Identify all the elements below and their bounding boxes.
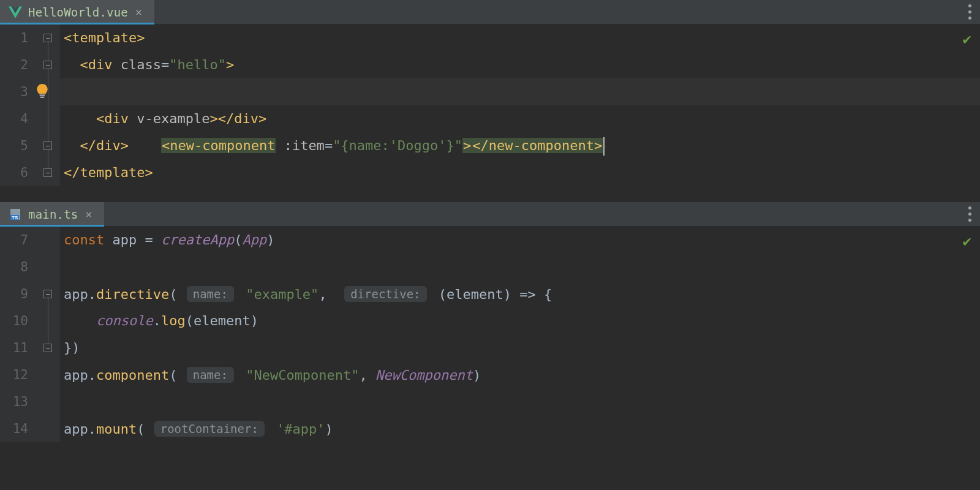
fold-end-icon[interactable]: −: [43, 344, 52, 352]
tab-bar-top: HelloWorld.vue ×: [0, 0, 980, 24]
line-number: 6: [0, 159, 28, 186]
fold-toggle-icon[interactable]: −: [43, 34, 52, 42]
code-line: </template>: [60, 159, 980, 186]
code-editor-bottom[interactable]: ✔ 7 8 9 10 11 12 13 14 − − const app = c…: [0, 227, 980, 442]
editor-pane-top: HelloWorld.vue × ✔ 1 2 3 4 5 6 − − − − <…: [0, 0, 980, 202]
ts-icon: TS: [9, 208, 22, 221]
fold-end-icon[interactable]: −: [43, 141, 52, 150]
vue-icon: [9, 6, 22, 18]
line-number: 14: [0, 415, 28, 442]
line-number: 8: [0, 254, 28, 281]
intention-bulb-icon[interactable]: [36, 83, 49, 99]
line-number: 9: [0, 281, 28, 307]
code-line: [60, 388, 980, 415]
inlay-hint: name:: [187, 367, 234, 383]
code-line: <div class="hello">: [60, 51, 980, 78]
line-gutter: 1 2 3 4 5 6: [0, 24, 36, 186]
line-number: 13: [0, 388, 28, 415]
kebab-menu-icon[interactable]: [968, 0, 971, 24]
fold-column: − −: [36, 227, 60, 442]
code-line: <template>: [60, 24, 980, 51]
line-number: 5: [0, 132, 28, 159]
line-number: 2: [0, 51, 28, 78]
code-line: <div v-example></div>: [60, 105, 980, 132]
code-line: app.directive( name: "example", directiv…: [60, 281, 980, 307]
line-number: 10: [0, 307, 28, 334]
code-line: const app = createApp(App): [60, 227, 980, 254]
editor-pane-bottom: TS main.ts × ✔ 7 8 9 10 11 12 13 14 − −: [0, 202, 980, 490]
line-number: 4: [0, 105, 28, 132]
fold-end-icon[interactable]: −: [43, 168, 52, 177]
code-line: </div>: [60, 132, 980, 159]
code-line: app.mount( rootContainer: '#app'): [60, 415, 980, 442]
code-line: [60, 254, 980, 281]
fold-toggle-icon[interactable]: −: [43, 61, 52, 69]
line-number: 3: [0, 78, 28, 105]
code-line: app.component( name: "NewComponent", New…: [60, 361, 980, 388]
tab-filename: main.ts: [28, 208, 78, 221]
tab-main-ts[interactable]: TS main.ts ×: [0, 202, 104, 226]
code-line: console.log(element): [60, 307, 980, 334]
inlay-hint: directive:: [344, 286, 426, 302]
svg-rect-0: [40, 94, 45, 96]
line-gutter: 7 8 9 10 11 12 13 14: [0, 227, 36, 442]
inlay-hint: name:: [187, 286, 234, 302]
svg-text:TS: TS: [12, 215, 18, 221]
tab-bar-bottom: TS main.ts ×: [0, 202, 980, 227]
line-number: 12: [0, 361, 28, 388]
code-line: }): [60, 334, 980, 361]
line-number: 7: [0, 227, 28, 254]
line-number: 11: [0, 334, 28, 361]
close-icon[interactable]: ×: [84, 209, 93, 220]
line-number: 1: [0, 24, 28, 51]
tab-filename: HelloWorld.vue: [28, 6, 128, 19]
kebab-menu-icon[interactable]: [968, 202, 971, 226]
inlay-hint: rootContainer:: [154, 421, 265, 437]
fold-column: − − − −: [36, 24, 60, 186]
code-area[interactable]: <template> <div class="hello"> <new-comp…: [60, 24, 980, 186]
close-icon[interactable]: ×: [134, 7, 143, 18]
fold-toggle-icon[interactable]: −: [43, 290, 52, 298]
code-line-current: <new-component :item="{name:'Doggo'}"></…: [60, 78, 980, 105]
code-editor-top[interactable]: ✔ 1 2 3 4 5 6 − − − − <template> <div cl…: [0, 24, 980, 186]
tab-helloworld-vue[interactable]: HelloWorld.vue ×: [0, 0, 154, 24]
code-area[interactable]: const app = createApp(App) app.directive…: [60, 227, 980, 442]
svg-rect-1: [40, 97, 45, 98]
